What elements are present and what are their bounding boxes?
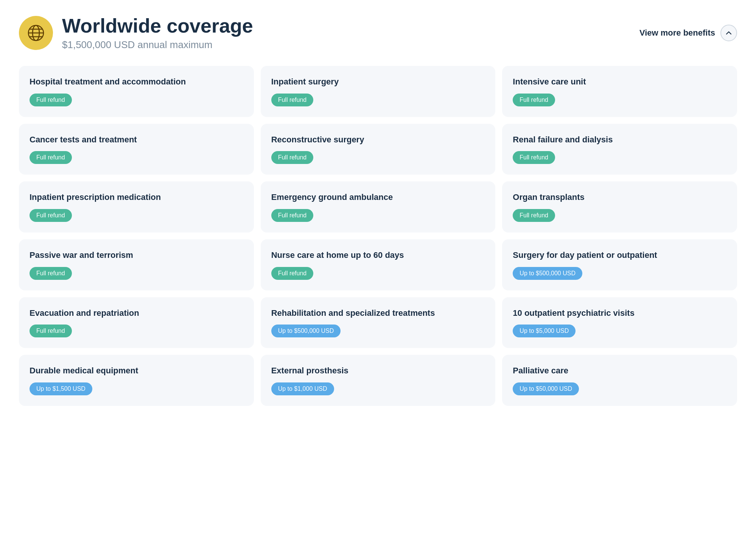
page-subtitle: $1,500,000 USD annual maximum [62,39,253,51]
globe-svg [26,23,45,42]
benefit-card: Cancer tests and treatmentFull refund [19,124,254,175]
benefit-badge: Full refund [30,267,72,280]
benefit-card: Organ transplantsFull refund [502,181,737,232]
benefit-badge: Full refund [513,151,555,164]
benefit-card: Hospital treatment and accommodationFull… [19,66,254,117]
benefit-badge: Full refund [30,151,72,164]
benefit-card: Evacuation and repatriationFull refund [19,297,254,348]
benefit-title: Inpatient prescription medication [30,192,243,203]
globe-icon [19,16,53,50]
chevron-up-button[interactable] [720,25,737,41]
benefit-card: Intensive care unitFull refund [502,66,737,117]
benefit-card: Reconstructive surgeryFull refund [261,124,496,175]
benefit-title: Rehabilitation and specialized treatment… [271,308,485,319]
benefit-title: Inpatient surgery [271,76,485,87]
benefit-badge: Full refund [271,94,314,106]
benefit-card: 10 outpatient psychiatric visitsUp to $5… [502,297,737,348]
benefit-title: Passive war and terrorism [30,250,243,261]
benefit-card: Passive war and terrorismFull refund [19,239,254,290]
view-more-button[interactable]: View more benefits [639,28,715,38]
benefit-title: Reconstructive surgery [271,134,485,145]
benefit-title: Evacuation and repatriation [30,308,243,319]
benefit-title: Renal failure and dialysis [513,134,726,145]
page-title: Worldwide coverage [62,15,253,37]
benefit-title: Intensive care unit [513,76,726,87]
benefit-badge: Up to $1,500 USD [30,382,92,395]
benefit-badge: Full refund [30,209,72,222]
benefit-card: Emergency ground ambulanceFull refund [261,181,496,232]
benefit-badge: Full refund [30,94,72,106]
benefit-badge: Full refund [271,209,314,222]
benefit-card: Inpatient prescription medicationFull re… [19,181,254,232]
benefit-card: Inpatient surgeryFull refund [261,66,496,117]
benefit-title: Cancer tests and treatment [30,134,243,145]
benefit-title: Hospital treatment and accommodation [30,76,243,87]
benefit-card: Surgery for day patient or outpatientUp … [502,239,737,290]
chevron-up-icon [725,30,732,36]
benefit-title: Palliative care [513,365,726,376]
benefit-title: Surgery for day patient or outpatient [513,250,726,261]
benefit-title: 10 outpatient psychiatric visits [513,308,726,319]
benefit-card: Nurse care at home up to 60 daysFull ref… [261,239,496,290]
benefit-card: External prosthesisUp to $1,000 USD [261,355,496,406]
benefit-badge: Full refund [271,151,314,164]
benefit-badge: Full refund [513,209,555,222]
benefit-card: Palliative careUp to $50,000 USD [502,355,737,406]
benefit-badge: Full refund [30,325,72,337]
benefit-title: Durable medical equipment [30,365,243,376]
page-header: Worldwide coverage $1,500,000 USD annual… [19,15,737,51]
header-left: Worldwide coverage $1,500,000 USD annual… [19,15,253,51]
benefit-badge: Up to $500,000 USD [513,267,582,280]
benefit-badge: Up to $5,000 USD [513,325,576,337]
view-more-section: View more benefits [639,25,737,41]
benefit-card: Renal failure and dialysisFull refund [502,124,737,175]
benefit-card: Rehabilitation and specialized treatment… [261,297,496,348]
benefits-grid: Hospital treatment and accommodationFull… [19,66,737,406]
benefit-badge: Up to $50,000 USD [513,382,579,395]
benefit-badge: Full refund [271,267,314,280]
benefit-title: Organ transplants [513,192,726,203]
benefit-title: External prosthesis [271,365,485,376]
benefit-badge: Full refund [513,94,555,106]
benefit-badge: Up to $1,000 USD [271,382,334,395]
benefit-title: Emergency ground ambulance [271,192,485,203]
benefit-title: Nurse care at home up to 60 days [271,250,485,261]
benefit-card: Durable medical equipmentUp to $1,500 US… [19,355,254,406]
header-text: Worldwide coverage $1,500,000 USD annual… [62,15,253,51]
benefit-badge: Up to $500,000 USD [271,325,341,337]
